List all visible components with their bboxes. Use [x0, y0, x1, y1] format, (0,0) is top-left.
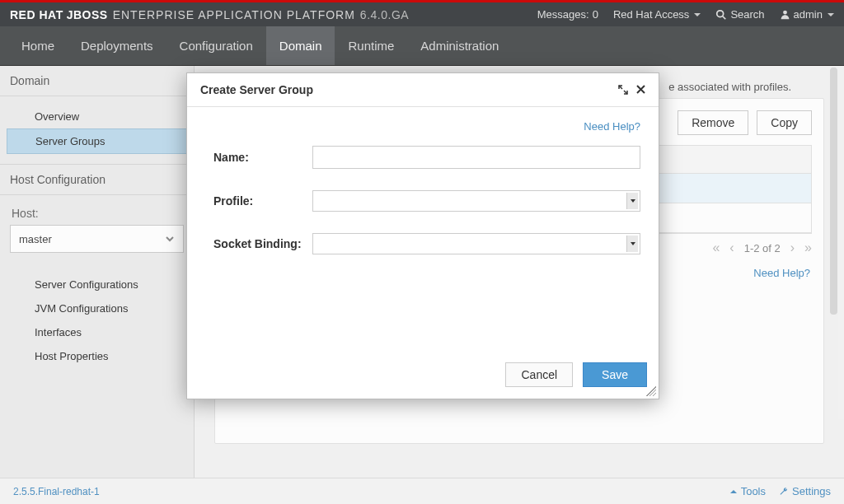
- create-server-group-modal: Create Server Group Need Help? Name: Pro…: [186, 72, 659, 399]
- modal-need-help-link[interactable]: Need Help?: [584, 120, 640, 133]
- modal-footer: Cancel Save: [187, 354, 659, 399]
- expand-icon[interactable]: [618, 85, 628, 95]
- modal-header: Create Server Group: [187, 73, 659, 107]
- save-button[interactable]: Save: [583, 362, 647, 387]
- modal-controls: [618, 85, 645, 95]
- modal-help-row: Need Help?: [205, 115, 640, 146]
- name-label: Name:: [205, 151, 312, 164]
- form-row-name: Name:: [205, 146, 640, 169]
- close-icon[interactable]: [636, 85, 645, 95]
- socket-binding-select[interactable]: [312, 233, 640, 254]
- name-input[interactable]: [312, 146, 640, 169]
- modal-body: Need Help? Name: Profile: Socket Binding…: [187, 107, 659, 354]
- chevron-down-icon: [626, 236, 638, 252]
- cancel-button[interactable]: Cancel: [505, 362, 573, 387]
- form-row-socket: Socket Binding:: [205, 233, 640, 254]
- modal-title: Create Server Group: [200, 83, 313, 96]
- form-row-profile: Profile:: [205, 190, 640, 212]
- profile-select[interactable]: [312, 190, 640, 212]
- socket-label: Socket Binding:: [205, 237, 312, 250]
- profile-label: Profile:: [205, 194, 312, 208]
- chevron-down-icon: [626, 193, 638, 209]
- resize-grip[interactable]: [646, 386, 656, 396]
